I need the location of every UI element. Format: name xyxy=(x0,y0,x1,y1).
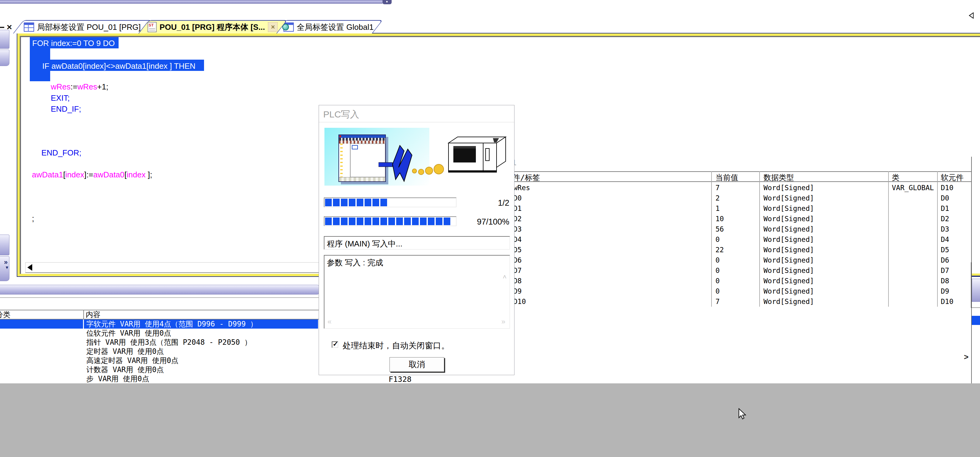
code-line[interactable]: IF awData0[index]<>awData1[index ] THEN xyxy=(41,61,196,72)
watch-table-row[interactable]: D11Word[Signed]D1 xyxy=(505,203,971,214)
code-line[interactable]: END_IF; xyxy=(51,104,81,114)
cell-data-type: Word[Signed] xyxy=(764,276,814,286)
status-text: 程序 (MAIN) 写入中... xyxy=(327,238,402,249)
auto-close-checkbox[interactable]: ✓ xyxy=(332,341,338,348)
device-usage-table: 分类 内容 字软元件 VAR用 使用4点（范围 D996 - D999 ）位软元… xyxy=(0,310,320,383)
usage-row[interactable]: 位软元件 VAR用 使用0点 xyxy=(0,329,320,338)
usage-row-text: 步 VAR用 使用0点 xyxy=(86,374,149,383)
plc-write-illustration xyxy=(323,126,511,187)
status-textbox: 程序 (MAIN) 写入中... xyxy=(324,236,510,249)
label-table-icon xyxy=(24,22,34,32)
usage-row[interactable]: 字软元件 VAR用 使用4点（范围 D996 - D999 ） xyxy=(0,320,318,329)
cell-device: D1 xyxy=(941,203,949,214)
log-scroll-left-icon[interactable]: « xyxy=(328,317,331,326)
usage-row-text: 高速定时器 VAR用 使用0点 xyxy=(86,356,178,365)
progress-fill xyxy=(325,199,387,206)
docked-titlebar-button[interactable] xyxy=(382,0,391,4)
usage-column-header-category[interactable]: 分类 xyxy=(0,310,10,319)
watch-table-row[interactable]: D90Word[Signed]D9 xyxy=(505,286,971,296)
collapsed-toolbar-fragment[interactable] xyxy=(0,30,10,49)
usage-row[interactable]: 高速定时器 VAR用 使用0点 xyxy=(0,356,320,365)
usage-panel-divider xyxy=(0,297,319,298)
watch-table-row[interactable]: D210Word[Signed]D2 xyxy=(505,214,971,224)
code-line[interactable]: ; xyxy=(32,213,34,224)
watch-table-row[interactable]: D107Word[Signed]D10 xyxy=(505,296,971,307)
cell-device-label: D8 xyxy=(513,276,522,286)
cell-device-label: D1 xyxy=(513,203,522,214)
usage-row[interactable]: 计数器 VAR用 使用0点 xyxy=(0,365,320,374)
progress-label-files: 1/2 xyxy=(498,198,509,208)
usage-row-text: 位软元件 VAR用 使用0点 xyxy=(86,329,171,338)
cell-data-type: Word[Signed] xyxy=(764,265,814,276)
watch-column-header-class[interactable]: 类 xyxy=(892,173,899,182)
toolbar-dropdown-icon[interactable]: ▼ xyxy=(5,265,9,270)
cell-current-value: 0 xyxy=(716,276,720,286)
write-log-listbox[interactable]: 参数 写入 : 完成 ˄ « » xyxy=(324,255,510,329)
usage-row[interactable]: 步 VAR用 使用0点 xyxy=(0,374,320,383)
editor-horizontal-scrollbar[interactable] xyxy=(25,262,326,273)
editor-frame-fragment xyxy=(972,276,980,277)
step-label-f1328: F1328 xyxy=(388,375,411,383)
cell-device: D3 xyxy=(941,224,949,234)
minimize-icon[interactable] xyxy=(0,27,4,28)
cell-device-label: D10 xyxy=(513,296,526,307)
watch-table-row[interactable]: D80Word[Signed]D8 xyxy=(505,276,971,286)
tab-global-label-settings[interactable]: 全局标签设置 Global1 xyxy=(275,20,383,34)
code-line[interactable]: END_FOR; xyxy=(41,147,81,158)
usage-panel-titlebar-fragment xyxy=(972,279,980,302)
code-token: awData1 xyxy=(32,170,63,179)
cell-current-value: 22 xyxy=(716,244,724,255)
usage-row[interactable]: 指针 VAR用 使用3点（范围 P2048 - P2050 ） xyxy=(0,338,320,347)
cell-device-label: D7 xyxy=(513,265,522,276)
watch-table-row[interactable]: D60Word[Signed]D6 xyxy=(505,255,971,265)
code-line[interactable]: EXIT; xyxy=(51,93,70,104)
cell-class: VAR_GLOBAL xyxy=(892,182,934,193)
cell-device-label: D9 xyxy=(513,286,522,296)
tab-scroll-left-icon-inner xyxy=(970,13,973,18)
log-scroll-up-icon[interactable]: ˄ xyxy=(503,273,507,281)
code-line[interactable]: FOR index:=0 TO 9 DO xyxy=(31,38,116,49)
cell-device-label: D4 xyxy=(513,234,522,244)
tab-close-icon[interactable]: × xyxy=(268,22,278,32)
watch-table-row[interactable]: D02Word[Signed]D0 xyxy=(505,193,971,203)
scrollbar-left-arrow-icon[interactable] xyxy=(27,264,32,271)
cell-current-value: 0 xyxy=(716,255,720,265)
watch-table-row[interactable]: D70Word[Signed]D7 xyxy=(505,265,971,276)
tab-local-label-settings[interactable]: 局部标签设置 POU_01 [PRG] xyxy=(13,20,152,34)
progress-bar-percent xyxy=(324,216,457,226)
code-token: ]; xyxy=(148,170,152,179)
usage-header-row: 分类 内容 xyxy=(0,310,320,320)
watch-column-header-current-value[interactable]: 当前值 xyxy=(716,173,738,182)
usage-panel-titlebar[interactable] xyxy=(0,285,320,294)
docked-titlebar-fragment[interactable] xyxy=(0,0,382,4)
cell-device: D2 xyxy=(941,214,949,224)
code-line[interactable]: wRes:=wRes+1; xyxy=(51,81,108,92)
code-token: := xyxy=(70,82,77,91)
watch-column-header-data-type[interactable]: 数据类型 xyxy=(764,173,794,182)
toolbar-overflow-chevron-icon[interactable]: » xyxy=(4,259,8,265)
cell-current-value: 56 xyxy=(716,224,724,234)
collapsed-toolbar-fragment[interactable] xyxy=(0,50,10,66)
usage-column-header-content[interactable]: 内容 xyxy=(86,310,100,319)
cell-data-type: Word[Signed] xyxy=(764,203,814,214)
watch-table-row[interactable]: D40Word[Signed]D4 xyxy=(505,234,971,244)
usage-row[interactable]: 定时器 VAR用 使用0点 xyxy=(0,347,320,356)
cancel-button[interactable]: 取消 xyxy=(390,357,444,372)
cell-data-type: Word[Signed] xyxy=(764,296,814,307)
expand-chevron-icon[interactable]: > xyxy=(964,352,969,362)
plc-write-dialog: PLC写入 xyxy=(319,105,514,375)
log-scroll-right-icon[interactable]: » xyxy=(501,317,505,326)
code-token: IF awData0[index]<>awData1[index ] THEN xyxy=(41,61,196,70)
watch-table-row[interactable]: D522Word[Signed]D5 xyxy=(505,244,971,255)
usage-row-text: 指针 VAR用 使用3点（范围 P2048 - P2050 ） xyxy=(86,338,251,347)
tab-pou01-program-body[interactable]: ST POU_01 [PRG] 程序本体 [S... × xyxy=(138,20,287,34)
code-line[interactable]: awData1[index]:=awData0[index ]; xyxy=(32,169,152,180)
watch-column-header-device[interactable]: 软元件 xyxy=(941,173,964,182)
mouse-cursor xyxy=(738,408,748,421)
lightning-bolt-icon xyxy=(379,141,449,186)
cell-current-value: 0 xyxy=(716,234,720,244)
collapsed-toolbar-fragment[interactable] xyxy=(0,235,10,255)
watch-table-row[interactable]: wRes7Word[Signed]VAR_GLOBALD10 xyxy=(505,182,971,193)
watch-table-row[interactable]: D356Word[Signed]D3 xyxy=(505,224,971,234)
code-token: [ xyxy=(63,170,65,179)
